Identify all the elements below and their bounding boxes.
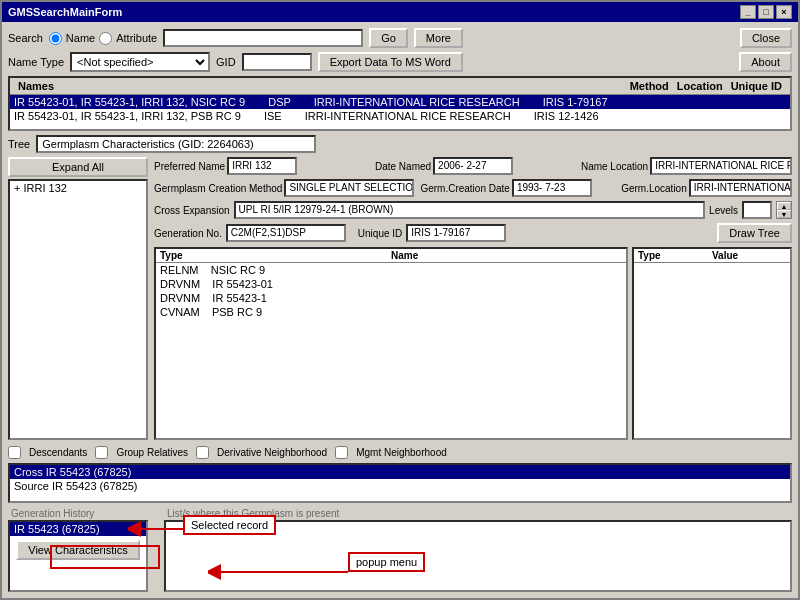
cross-expansion-label: Cross Expansion [154,205,230,216]
mgmt-label: Mgmt Neighborhood [356,447,447,458]
expand-all-button[interactable]: Expand All [8,157,148,177]
attribute-radio[interactable] [99,32,112,45]
more-button[interactable]: More [414,28,463,48]
col-unique-id: Unique ID [727,80,786,92]
search-label: Search [8,32,43,44]
germ-date-label: Germ.Creation Date [420,183,509,194]
group-relatives-checkbox[interactable] [95,446,108,459]
detail-uid-label: Unique ID [358,228,402,239]
alt-names-header: Type Name [156,249,626,263]
bottom-section: Type Name RELNM NSIC RC 9 DRVNM IR 55423… [154,247,792,440]
row1-name: IR 55423-01, IR 55423-1, IRRI 132, NSIC … [14,96,245,108]
attr-value-col: Value [712,250,786,261]
date-named-label: Date Named [375,161,431,172]
names-row-1[interactable]: IR 55423-01, IR 55423-1, IRRI 132, NSIC … [10,95,790,109]
main-content: Search Name Attribute apo Go More Close … [2,22,798,598]
levels-down[interactable]: ▼ [777,210,791,218]
levels-input[interactable]: 1 [742,201,772,219]
attribute-radio-label: Attribute [116,32,157,44]
close-window-button[interactable]: × [776,5,792,19]
group-relatives-label: Group Relatives [116,447,188,458]
close-button[interactable]: Close [740,28,792,48]
row2-method: ISE [264,110,282,122]
name-location-label: Name Location [581,161,648,172]
tree-label-row: Tree Germplasm Characteristics (GID: 226… [8,135,792,153]
cross-expansion-value: UPL RI 5/IR 12979-24-1 (BROWN) [234,201,706,219]
germ-loc-label: Germ.Location [621,183,687,194]
go-button[interactable]: Go [369,28,408,48]
name-radio[interactable] [49,32,62,45]
main-window: GMSSearchMainForm _ □ × Search Name Attr… [0,0,800,600]
title-bar-buttons: _ □ × [740,5,792,19]
alt-names-panel: Type Name RELNM NSIC RC 9 DRVNM IR 55423… [154,247,628,440]
mgmt-checkbox[interactable] [335,446,348,459]
search-input[interactable]: apo [163,29,363,47]
preferred-name-value: IRRI 132 [227,157,297,175]
row1-location: IRRI-INTERNATIONAL RICE RESEARCH [314,96,520,108]
descendants-label: Descendants [29,447,87,458]
tree-panel: + IRRI 132 [8,179,148,440]
germ-creation-label: Germplasm Creation Method [154,183,282,194]
minimize-button[interactable]: _ [740,5,756,19]
search-type-group: Name Attribute [49,32,157,45]
germplasm-label: Germplasm Characteristics (GID: 2264063) [36,135,316,153]
title-bar: GMSSearchMainForm _ □ × [2,2,798,22]
derivative-checkbox[interactable] [196,446,209,459]
tree-label: Tree [8,138,30,150]
about-button[interactable]: About [739,52,792,72]
col-names: Names [14,80,626,92]
preferred-name-label: Preferred Name [154,161,225,172]
levels-up[interactable]: ▲ [777,202,791,210]
attr-header: Type Value [634,249,790,263]
names-row-2[interactable]: IR 55423-01, IR 55423-1, IRRI 132, PSB R… [10,109,790,123]
levels-label: Levels [709,205,738,216]
cross-panel: Cross IR 55423 (67825) Source IR 55423 (… [8,463,792,503]
row2-name: IR 55423-01, IR 55423-1, IRRI 132, PSB R… [14,110,241,122]
attributes-panel: Type Value [632,247,792,440]
names-panel-header: Names Method Location Unique ID [10,78,790,95]
cross-row-2[interactable]: Source IR 55423 (67825) [10,479,790,493]
col-method: Method [626,80,673,92]
name-radio-label: Name [66,32,95,44]
export-button[interactable]: Export Data To MS Word [318,52,463,72]
row2-location: IRRI-INTERNATIONAL RICE RESEARCH [305,110,511,122]
cross-row-1[interactable]: Cross IR 55423 (67825) [10,465,790,479]
names-panel: Names Method Location Unique ID IR 55423… [8,76,792,131]
lists-panel [164,520,792,592]
alt-row-2[interactable]: DRVNM IR 55423-01 [156,277,626,291]
tree-details-section: Expand All + IRRI 132 Preferred Name IRR… [8,157,792,440]
gen-history-label: Generation History [8,507,158,520]
alt-type-col: Type [160,250,391,261]
tree-item-irri[interactable]: + IRRI 132 [10,181,146,195]
name-location-value: IRRI-INTERNATIONAL RICE RESEARC [650,157,792,175]
attr-type-col: Type [638,250,712,261]
gen-history-panel: IR 55423 (67825) View Characteristics [8,520,148,592]
date-named-value: 2006- 2-27 [433,157,513,175]
footer-section: Generation History IR 55423 (67825) View… [8,507,792,592]
checkbox-row: Descendants Group Relatives Derivative N… [8,446,792,459]
maximize-button[interactable]: □ [758,5,774,19]
descendants-checkbox[interactable] [8,446,21,459]
name-type-label: Name Type [8,56,64,68]
gen-no-value: C2M(F2,S1)DSP [226,224,346,242]
lists-header-label: List/s where this Germplasm is present [164,507,792,520]
alt-row-3[interactable]: DRVNM IR 55423-1 [156,291,626,305]
draw-tree-button[interactable]: Draw Tree [717,223,792,243]
name-type-row: Name Type <Not specified> GID 2264063 Ex… [8,52,792,72]
gid-label: GID [216,56,236,68]
germ-date-value: 1993- 7-23 [512,179,592,197]
gid-input[interactable]: 2264063 [242,53,312,71]
name-type-select[interactable]: <Not specified> [70,52,210,72]
selected-record-item[interactable]: IR 55423 (67825) [10,522,146,536]
search-row: Search Name Attribute apo Go More Close [8,28,792,48]
row1-uid: IRIS 1-79167 [543,96,608,108]
germ-loc-value: IRRI-INTERNATIONAL RICE RESEARC [689,179,792,197]
derivative-label: Derivative Neighborhood [217,447,327,458]
row2-uid: IRIS 12-1426 [534,110,599,122]
view-characteristics-button[interactable]: View Characteristics [16,540,139,560]
germ-creation-value: SINGLE PLANT SELECTION SF [284,179,414,197]
detail-uid-value: IRIS 1-79167 [406,224,506,242]
alt-row-1[interactable]: RELNM NSIC RC 9 [156,263,626,277]
alt-row-4[interactable]: CVNAM PSB RC 9 [156,305,626,319]
gen-no-label: Generation No. [154,228,222,239]
